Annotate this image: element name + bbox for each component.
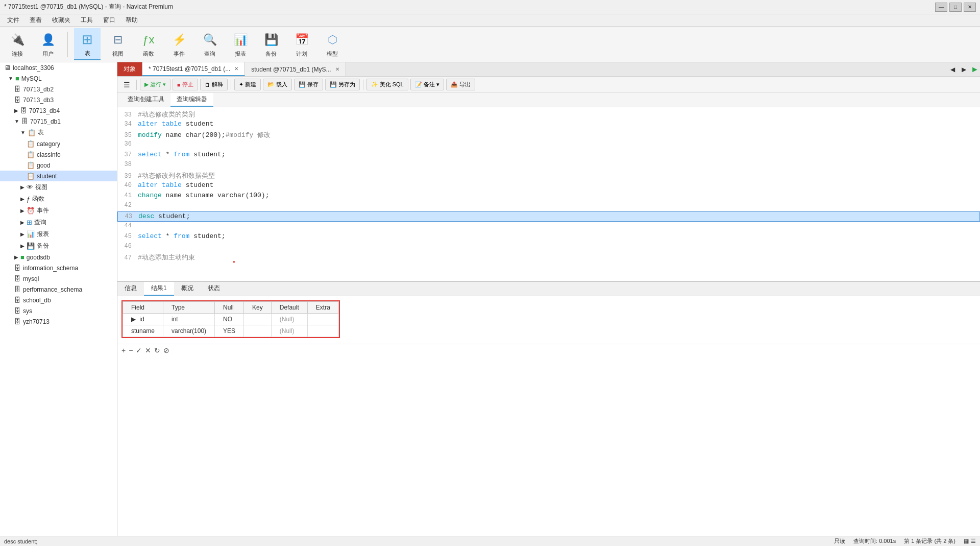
stop-button[interactable]: ■ 停止 <box>173 79 198 90</box>
stop-icon: ■ <box>177 82 181 88</box>
subtab-editor[interactable]: 查询编辑器 <box>170 93 213 107</box>
beautify-button[interactable]: ✨ 美化 SQL <box>366 79 408 90</box>
function-label: 函数 <box>143 50 154 58</box>
sidebar-item-sys[interactable]: 🗄 sys <box>0 305 117 316</box>
new-button[interactable]: ✦ 新建 <box>234 79 261 90</box>
toolbar-function[interactable]: ƒx 函数 <box>135 29 162 60</box>
minimize-button[interactable]: — <box>935 3 947 12</box>
sidebar-item-yzh70713[interactable]: 🗄 yzh70713 <box>0 316 117 327</box>
sidebar-item-student[interactable]: 📋 student <box>0 171 117 181</box>
toolbar-event[interactable]: ⚡ 事件 <box>166 29 192 60</box>
sidebar-item-70713db4[interactable]: ▶ 🗄 70713_db4 <box>0 105 117 116</box>
menu-hamburger-icon[interactable]: ☰ <box>120 80 133 90</box>
grid-view-icon[interactable]: ▦ <box>964 538 969 544</box>
list-view-icon[interactable]: ☰ <box>971 538 976 544</box>
results-tab-overview[interactable]: 概况 <box>174 282 201 296</box>
results-tab-result1[interactable]: 结果1 <box>144 282 174 296</box>
sidebar-item-tables-group[interactable]: ▼ 📋 表 <box>0 127 117 138</box>
qtoolbar-divider-2 <box>231 80 231 90</box>
confirm-button[interactable]: ✓ <box>136 346 142 354</box>
menu-favorites[interactable]: 收藏夹 <box>47 15 76 26</box>
sidebar-item-information-schema[interactable]: 🗄 information_schema <box>0 263 117 273</box>
toolbar-report[interactable]: 📊 报表 <box>227 29 254 60</box>
tab-green-icon[interactable]: ► <box>970 62 980 77</box>
toolbar-connect[interactable]: 🔌 连接 <box>4 29 31 60</box>
table-header-row: Field Type Null Key Default Extra <box>123 302 339 314</box>
results-tab-status[interactable]: 状态 <box>201 282 227 296</box>
toolbar-user[interactable]: 👤 用户 <box>35 29 61 60</box>
add-row-button[interactable]: + <box>121 346 126 354</box>
sidebar-item-70715db1[interactable]: ▼ 🗄 70715_db1 <box>0 116 117 127</box>
subtab-creator[interactable]: 查询创建工具 <box>121 93 170 107</box>
sidebar-item-classinfo[interactable]: 📋 classinfo <box>0 149 117 160</box>
sidebar-item-70713db3[interactable]: 🗄 70713_db3 <box>0 94 117 105</box>
table-row-stuname[interactable]: stuname varchar(100) YES (Null) <box>123 325 339 337</box>
sidebar-item-school-db[interactable]: 🗄 school_db <box>0 295 117 305</box>
maximize-button[interactable]: □ <box>949 3 962 12</box>
tab-object[interactable]: 对象 <box>117 62 142 76</box>
sidebar-item-localhost[interactable]: 🖥 localhost_3306 <box>0 62 117 73</box>
load-button[interactable]: 📂 载入 <box>263 79 292 90</box>
sidebar-item-performance-schema[interactable]: 🗄 performance_schema <box>0 284 117 295</box>
sidebar-item-mysql[interactable]: ▼ ■ MySQL <box>0 73 117 84</box>
sidebar-item-70713db2[interactable]: 🗄 70713_db2 <box>0 84 117 94</box>
sidebar-item-category[interactable]: 📋 category <box>0 138 117 149</box>
tab-scroll-right-icon[interactable]: ▶ <box>959 62 969 77</box>
id-type-cell: int <box>163 314 215 325</box>
toolbar-backup[interactable]: 💾 备份 <box>258 29 284 60</box>
tab-query1-close[interactable]: ✕ <box>234 66 238 72</box>
toolbar-table[interactable]: ⊞ 表 <box>74 28 101 60</box>
save-as-button[interactable]: 💾 另存为 <box>325 79 360 90</box>
stop-edit-button[interactable]: ⊘ <box>163 346 169 354</box>
toolbar-view[interactable]: ⊟ 视图 <box>105 29 131 60</box>
close-button[interactable]: ✕ <box>964 3 976 12</box>
sidebar-item-queries-group[interactable]: ▶ ⊞ 查询 <box>0 217 117 228</box>
sidebar-item-views-group[interactable]: ▶ 👁 视图 <box>0 181 117 193</box>
content-area: 对象 * 70715test1 @70715_db1 (... ✕ studen… <box>117 62 980 536</box>
line-num-44: 44 <box>117 222 136 229</box>
id-default-cell: (Null) <box>271 314 307 325</box>
sidebar-item-functions-group[interactable]: ▶ ƒ 函数 <box>0 193 117 205</box>
toolbar-schedule[interactable]: 📅 计划 <box>288 29 315 60</box>
export-button[interactable]: 📤 导出 <box>446 79 475 90</box>
toolbar-model[interactable]: ⬡ 模型 <box>319 29 346 60</box>
window-controls: — □ ✕ <box>935 3 976 12</box>
menu-file[interactable]: 文件 <box>2 15 24 26</box>
mysql-icon: ■ <box>15 75 19 82</box>
sidebar-item-mysql-db[interactable]: 🗄 mysql <box>0 273 117 284</box>
explain-button[interactable]: 🗒 解释 <box>200 79 228 90</box>
expand-events-icon: ▶ <box>20 208 24 213</box>
table-row-id[interactable]: ▶ id int NO (Null) <box>123 314 339 325</box>
code-line-43: 43 desc student; <box>117 211 980 222</box>
code-line-42: 42 <box>117 201 980 211</box>
sidebar-item-reports-group[interactable]: ▶ 📊 报表 <box>0 228 117 240</box>
cancel-change-button[interactable]: ✕ <box>145 346 151 354</box>
remove-row-button[interactable]: − <box>129 346 133 354</box>
sidebar-item-goodsdb[interactable]: ▶ ■ goodsdb <box>0 252 117 263</box>
stuname-default-cell: (Null) <box>271 325 307 337</box>
menu-tools[interactable]: 工具 <box>76 15 98 26</box>
line-num-41: 41 <box>117 192 136 199</box>
menu-help[interactable]: 帮助 <box>120 15 143 26</box>
tab-query2[interactable]: student @70715_db1 (MyS... ✕ <box>245 62 346 76</box>
tab-scroll-left-icon[interactable]: ◀ <box>947 62 958 77</box>
run-button[interactable]: ▶ 运行 ▾ <box>140 79 170 90</box>
id-default-value: (Null) <box>280 316 295 323</box>
tab-query2-close[interactable]: ✕ <box>335 66 339 72</box>
save-button[interactable]: 💾 保存 <box>294 79 323 90</box>
results-tab-info[interactable]: 信息 <box>117 282 144 296</box>
toolbar-query[interactable]: 🔍 查询 <box>197 29 223 60</box>
refresh-button[interactable]: ↻ <box>154 346 160 354</box>
sidebar-item-backups-group[interactable]: ▶ 💾 备份 <box>0 240 117 252</box>
col-default-header: Default <box>271 302 307 314</box>
sidebar-item-good[interactable]: 📋 good <box>0 160 117 171</box>
code-editor[interactable]: 33 #动态修改类的类别 34 alter table student 35 m… <box>117 107 980 281</box>
menu-view[interactable]: 查看 <box>24 15 47 26</box>
sidebar-item-events-group[interactable]: ▶ ⏰ 事件 <box>0 205 117 217</box>
tab-query1[interactable]: * 70715test1 @70715_db1 (... ✕ <box>142 62 245 76</box>
tab-query1-label: * 70715test1 @70715_db1 (... <box>149 65 230 73</box>
sidebar-category-label: category <box>37 140 60 148</box>
expand-db1-icon: ▼ <box>14 118 19 124</box>
comment-button[interactable]: 📝 备注 ▾ <box>410 79 444 90</box>
menu-window[interactable]: 窗口 <box>98 15 120 26</box>
